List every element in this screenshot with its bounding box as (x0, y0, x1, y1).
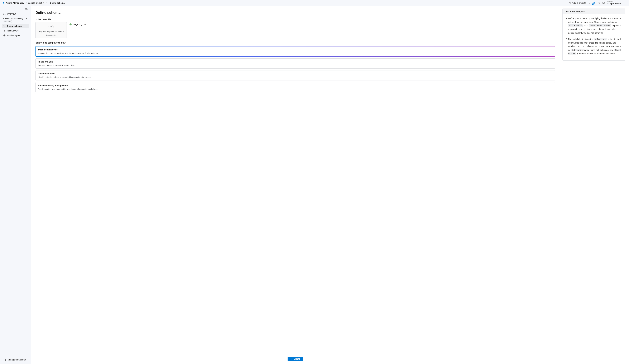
code-value-type: value type (594, 38, 607, 40)
template-title: Retail inventory management (38, 85, 553, 87)
project-selector-label: Project (608, 1, 621, 3)
template-title: Document analysis (38, 49, 552, 51)
template-list: Document analysisAnalyze documents to ex… (35, 46, 555, 92)
templates-heading: Select one template to start (35, 41, 555, 44)
code-tables: tables (571, 49, 580, 51)
gear-icon[interactable] (598, 1, 600, 4)
svg-point-2 (603, 2, 603, 3)
right-panel-body: Define your schema by specifying the fie… (563, 14, 625, 60)
right-panel: Document analysis Define your schema by … (561, 6, 629, 364)
template-desc: Analyze documents to extract text, layou… (38, 52, 552, 54)
right-panel-title: Document analysis (563, 9, 625, 14)
main-area: Define schema Upload a test file* Drag a… (31, 6, 629, 364)
announcements-icon[interactable]: 1 (593, 1, 596, 4)
svg-point-3 (604, 2, 604, 3)
schema-icon (3, 25, 5, 27)
sidebar-item-label: Build analyzer (7, 34, 20, 37)
preview-badge: PREVIEW (3, 20, 12, 23)
top-bar: Azure AI Foundry / sample-project / Defi… (0, 0, 629, 6)
flask-icon (3, 30, 5, 32)
check-circle-icon (69, 23, 72, 26)
chevron-updown-icon (42, 2, 44, 4)
dropzone-browse: Browse file (37, 34, 65, 36)
check-icon (291, 358, 293, 360)
box-icon (3, 34, 5, 37)
svg-point-6 (5, 26, 5, 27)
svg-point-5 (4, 25, 4, 26)
template-card[interactable]: Retail inventory managementRetail invent… (35, 82, 555, 92)
instruction-item-2: For each field, indicate the value type … (568, 37, 622, 55)
svg-point-1 (603, 2, 605, 4)
management-center-button[interactable]: Management center (2, 357, 29, 362)
project-selector[interactable]: Project sample-project (608, 1, 627, 5)
file-dropzone[interactable]: Drag and drop one file here or Browse fi… (35, 22, 67, 38)
svg-point-7 (70, 23, 71, 25)
sidebar-group-title: Content Understanding (3, 17, 23, 20)
template-card[interactable]: Defect detectionIdentify potential defec… (35, 70, 555, 81)
brand-home[interactable]: Azure AI Foundry (2, 1, 24, 4)
svg-point-0 (598, 2, 599, 3)
sidebar-item-label: Test analyzer (7, 30, 19, 32)
chevron-down-icon (625, 2, 627, 4)
home-icon (3, 13, 5, 15)
sidebar: Overview Content Understanding PREVIEW D… (0, 6, 31, 364)
exit-icon (4, 359, 6, 361)
all-hubs-link[interactable]: All hubs + projects (569, 2, 586, 4)
center-column: Define schema Upload a test file* Drag a… (31, 6, 560, 364)
cloud-upload-icon (48, 24, 54, 29)
brand-name: Azure AI Foundry (6, 1, 24, 4)
announcements-badge: 1 (592, 3, 594, 5)
breadcrumb-sep: / (26, 2, 26, 4)
template-title: Image analysis (38, 61, 553, 63)
page-title: Define schema (35, 10, 555, 15)
required-star: * (51, 18, 52, 21)
create-button-label: Create (294, 358, 300, 360)
uploaded-file-chip: image.png (69, 22, 86, 26)
sidebar-item-label: Overview (7, 13, 16, 15)
template-card[interactable]: Image analysisAnalyze images to extract … (35, 58, 555, 69)
template-title: Defect detection (38, 73, 553, 75)
sidebar-item-build-analyzer[interactable]: Build analyzer (2, 33, 29, 38)
chevron-up-icon (26, 17, 28, 19)
sidebar-item-overview[interactable]: Overview (2, 11, 29, 16)
template-desc: Identify potential defects in provided i… (38, 76, 553, 78)
instruction-item-1: Define your schema by specifying the fie… (568, 17, 622, 35)
project-selector-value: sample-project (608, 3, 621, 5)
code-field-names: field names (568, 24, 583, 27)
template-card[interactable]: Document analysisAnalyze documents to ex… (35, 46, 555, 57)
create-button[interactable]: Create (288, 357, 303, 361)
code-field-descriptions: field descriptions (589, 24, 611, 27)
breadcrumb-sep-2: / (46, 2, 46, 4)
breadcrumb-project-label: sample-project (28, 2, 42, 4)
collapse-sidebar-button[interactable] (25, 8, 28, 10)
bell-icon[interactable] (588, 1, 591, 4)
split-handle[interactable]: ⋮⋮ (560, 6, 561, 364)
sidebar-item-label: Define schema (7, 25, 22, 27)
topbar-icons: 1 (588, 1, 605, 4)
upload-label: Upload a test file* (35, 18, 555, 21)
breadcrumb-current: Define schema (50, 2, 65, 4)
azure-logo-icon (2, 2, 5, 4)
uploaded-file-name: image.png (73, 23, 82, 26)
sidebar-item-define-schema[interactable]: Define schema (2, 24, 29, 28)
sidebar-item-test-analyzer[interactable]: Test analyzer (2, 28, 29, 33)
delete-file-button[interactable] (84, 23, 86, 26)
management-center-label: Management center (7, 359, 26, 361)
feedback-icon[interactable] (602, 1, 605, 4)
upload-label-text: Upload a test file (35, 18, 51, 21)
template-desc: Retail inventory management for monitori… (38, 88, 553, 90)
breadcrumb-project[interactable]: sample-project (28, 2, 44, 4)
dropzone-line1: Drag and drop one file here or (37, 30, 65, 33)
template-desc: Analyze images to extract structured fie… (38, 64, 553, 66)
sidebar-group-content-understanding[interactable]: Content Understanding (2, 16, 29, 20)
